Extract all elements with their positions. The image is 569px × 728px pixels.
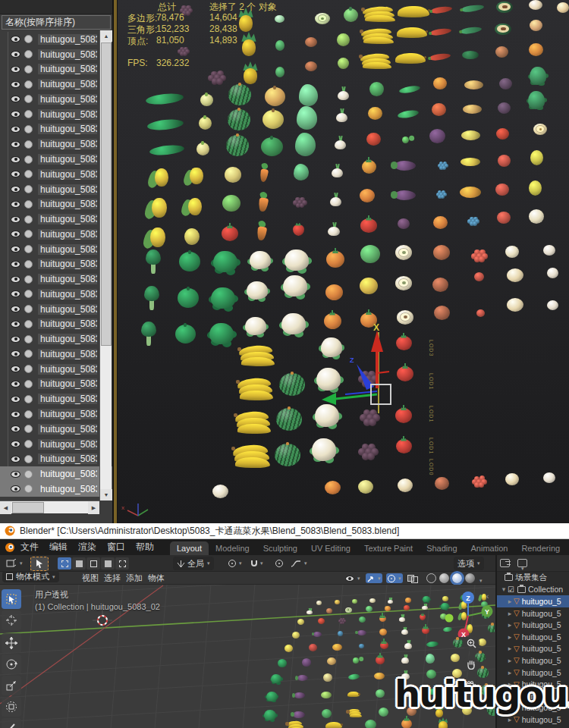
- active-tool-button[interactable]: [30, 557, 49, 571]
- visibility-eye-icon[interactable]: [11, 306, 20, 312]
- expand-icon[interactable]: ▸: [506, 610, 514, 617]
- show-overlays-dropdown[interactable]: [386, 573, 403, 583]
- fruit-model[interactable]: [233, 445, 271, 466]
- tab-sculpting[interactable]: Sculpting: [256, 541, 304, 555]
- explorer-row[interactable]: huitugou_5083: [0, 62, 112, 77]
- tool-select-box[interactable]: [2, 589, 21, 609]
- fruit-model[interactable]: [470, 249, 485, 260]
- outliner-item[interactable]: ▸▽huitugou_5: [497, 690, 569, 702]
- fruit-model[interactable]: [533, 124, 547, 135]
- fruit-model[interactable]: [245, 317, 266, 335]
- fruit-model[interactable]: [397, 310, 413, 325]
- outliner-item[interactable]: ▸▽huitugou_5: [497, 643, 569, 655]
- scroll-left-icon[interactable]: ◀: [0, 501, 11, 514]
- menu-1[interactable]: 编辑: [49, 541, 68, 554]
- select-tweak-mode[interactable]: [72, 557, 86, 570]
- scroll-right-icon[interactable]: ▶: [88, 501, 99, 514]
- explorer-row[interactable]: huitugou_5083: [0, 212, 112, 227]
- collection-expand-icon[interactable]: ▾: [500, 585, 508, 593]
- expand-icon[interactable]: ▸: [506, 633, 514, 641]
- scroll-down-icon[interactable]: ▼: [100, 489, 112, 500]
- fruit-model[interactable]: [281, 313, 306, 334]
- fruit-model[interactable]: [360, 54, 392, 67]
- shading-material-button[interactable]: [452, 573, 462, 583]
- fruit-model[interactable]: [495, 46, 508, 58]
- fruit-model[interactable]: [461, 130, 480, 140]
- fruit-model[interactable]: [213, 251, 237, 272]
- fruit-model[interactable]: [462, 51, 479, 59]
- scroll-up-icon[interactable]: ▲: [100, 30, 112, 42]
- fruit-model[interactable]: [275, 40, 284, 51]
- fruit-model[interactable]: [184, 228, 200, 245]
- fruit-model[interactable]: [228, 109, 250, 130]
- visibility-eye-icon[interactable]: [11, 485, 20, 492]
- fruit-model[interactable]: [293, 224, 304, 236]
- tool-move[interactable]: [2, 633, 21, 653]
- outliner-item[interactable]: ▸▽huitugou_5: [497, 678, 569, 690]
- visibility-eye-icon[interactable]: [11, 231, 20, 237]
- proportional-falloff-dropdown[interactable]: [287, 557, 311, 570]
- fruit-model[interactable]: [336, 108, 347, 122]
- camera-view-button[interactable]: [463, 676, 479, 693]
- horizontal-scrollbar[interactable]: ◀ ▶: [0, 500, 99, 513]
- fruit-model[interactable]: [200, 94, 213, 106]
- fruit-model[interactable]: [175, 325, 196, 344]
- explorer-row[interactable]: huitugou_5083: [0, 271, 112, 287]
- fruit-model[interactable]: [505, 246, 519, 258]
- tab-uv-editing[interactable]: UV Editing: [304, 541, 357, 555]
- zoom-button[interactable]: [463, 635, 479, 651]
- fruit-model[interactable]: [330, 193, 341, 207]
- explorer-row[interactable]: huitugou_5083: [0, 377, 112, 392]
- fruit-model[interactable]: [275, 67, 284, 77]
- horizontal-scroll-thumb[interactable]: [12, 502, 44, 513]
- outliner-filter-dropdown[interactable]: [517, 559, 527, 567]
- fruit-model[interactable]: [292, 196, 305, 206]
- tab-shading[interactable]: Shading: [420, 541, 464, 555]
- fruit-model[interactable]: [255, 222, 269, 240]
- fruit-model[interactable]: [240, 32, 258, 56]
- explorer-row[interactable]: huitugou_5083: [0, 182, 112, 197]
- fruit-model[interactable]: [529, 180, 542, 196]
- fruit-model[interactable]: [312, 438, 336, 461]
- fruit-model[interactable]: [284, 249, 309, 271]
- sidebar-toggle-icon[interactable]: ‹: [486, 592, 489, 601]
- fruit-model[interactable]: [395, 408, 412, 423]
- fruit-model[interactable]: [397, 366, 413, 381]
- visibility-eye-icon[interactable]: [11, 456, 20, 463]
- blender-menu-logo-icon[interactable]: [5, 542, 15, 553]
- fruit-model[interactable]: [391, 161, 416, 171]
- fruit-model[interactable]: [237, 378, 274, 398]
- fruit-model[interactable]: [338, 58, 349, 69]
- fruit-model[interactable]: [366, 133, 381, 146]
- fruit-model[interactable]: [144, 286, 159, 310]
- fruit-model[interactable]: [543, 245, 555, 256]
- fruit-model[interactable]: [391, 190, 416, 200]
- fruit-model[interactable]: [324, 313, 341, 329]
- fruit-model[interactable]: [396, 336, 412, 350]
- visibility-eye-icon[interactable]: [11, 126, 20, 133]
- visibility-eye-icon[interactable]: [11, 381, 20, 388]
- fruit-model[interactable]: [507, 268, 523, 282]
- vertical-scroll-thumb[interactable]: [101, 42, 112, 346]
- fruit-model[interactable]: [275, 15, 284, 23]
- expand-icon[interactable]: ▸: [506, 645, 514, 652]
- fruit-model[interactable]: [497, 212, 511, 224]
- explorer-row[interactable]: huitugou_5083: [0, 317, 112, 332]
- fruit-model[interactable]: [179, 252, 200, 271]
- fruit-model[interactable]: [283, 275, 307, 297]
- fruit-model[interactable]: [212, 485, 228, 498]
- expand-icon[interactable]: ▸: [506, 704, 514, 711]
- explorer-row[interactable]: huitugou_5083: [0, 196, 112, 212]
- explorer-row[interactable]: huitugou_5083: [0, 167, 112, 182]
- visibility-eye-icon[interactable]: [11, 276, 20, 283]
- fruit-model[interactable]: [363, 7, 396, 20]
- menu-3[interactable]: 窗口: [107, 541, 125, 554]
- fruit-model[interactable]: [530, 150, 543, 165]
- explorer-row[interactable]: huitugou_5083: [0, 152, 112, 167]
- fruit-model[interactable]: [496, 128, 509, 140]
- fruit-model[interactable]: [235, 412, 272, 431]
- fruit-model[interactable]: [222, 226, 238, 241]
- fruit-model[interactable]: [360, 278, 378, 294]
- collection-checkbox-icon[interactable]: ☑: [508, 585, 514, 594]
- fruit-model[interactable]: [395, 245, 412, 260]
